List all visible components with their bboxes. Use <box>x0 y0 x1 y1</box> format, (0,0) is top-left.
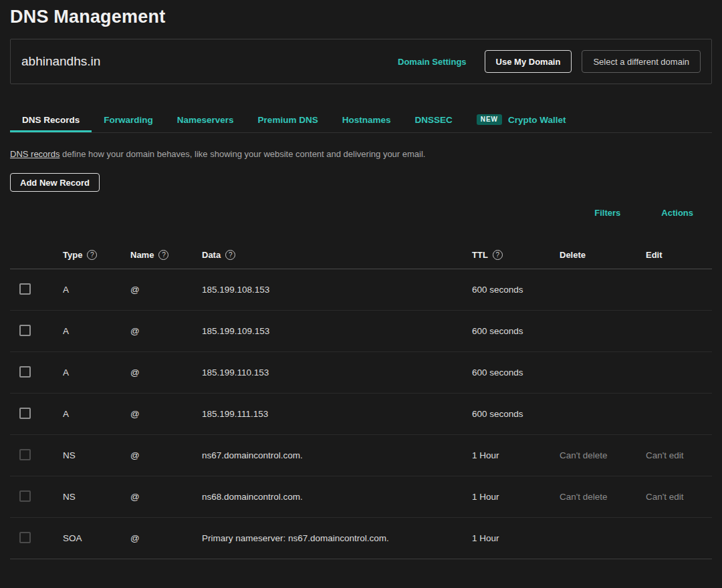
cell-edit: Can't edit <box>646 492 712 502</box>
row-checkbox[interactable] <box>19 366 31 378</box>
checkbox-cell <box>10 490 63 504</box>
cell-type: A <box>63 285 130 295</box>
add-new-record-button[interactable]: Add New Record <box>10 173 100 192</box>
table-row-ns-ns68-domaincontrol-com: NS@ns68.domaincontrol.com.1 HourCan't de… <box>10 476 712 518</box>
table-row-a-185-199-108-153: A@185.199.108.153600 seconds <box>10 269 712 311</box>
description: DNS records define how your domain behav… <box>10 149 712 160</box>
table-header-row: Type ? Name ? Data ? TTL ? Delete Edit <box>10 229 712 269</box>
row-checkbox <box>19 532 31 543</box>
cell-ttl: 600 seconds <box>472 285 560 295</box>
checkbox-cell <box>10 283 63 297</box>
cell-data: 185.199.108.153 <box>202 285 472 295</box>
tab-hostnames[interactable]: Hostnames <box>330 110 403 132</box>
domain-name: abhinandhs.in <box>21 54 398 69</box>
header-ttl: TTL ? <box>472 250 560 260</box>
tab-label: Forwarding <box>104 115 153 125</box>
tab-label: Crypto Wallet <box>508 115 566 125</box>
dns-records-table: Type ? Name ? Data ? TTL ? Delete Edit A… <box>10 229 712 559</box>
cell-delete: Can't delete <box>560 450 646 460</box>
cell-data: ns67.domaincontrol.com. <box>202 450 472 460</box>
cell-delete: Can't delete <box>560 492 646 502</box>
filters-link[interactable]: Filters <box>594 208 620 218</box>
table-row-ns-ns67-domaincontrol-com: NS@ns67.domaincontrol.com.1 HourCan't de… <box>10 435 712 476</box>
cell-ttl: 1 Hour <box>472 533 560 543</box>
cell-edit: Can't edit <box>646 450 712 460</box>
use-my-domain-button[interactable]: Use My Domain <box>485 50 572 73</box>
row-checkbox <box>19 449 31 460</box>
header-name-label: Name <box>130 250 154 260</box>
data-help-icon[interactable]: ? <box>225 250 235 260</box>
table-row-soa-primary-nameserver-ns67-domaincontrol-com: SOA@Primary nameserver: ns67.domaincontr… <box>10 518 712 559</box>
cell-ttl: 600 seconds <box>472 368 560 378</box>
cell-name: @ <box>130 326 202 336</box>
type-help-icon[interactable]: ? <box>87 250 97 260</box>
cell-name: @ <box>130 492 202 502</box>
tab-dns-records[interactable]: DNS Records <box>10 110 92 132</box>
header-edit-label: Edit <box>646 250 663 260</box>
cell-type: A <box>63 368 130 378</box>
header-ttl-label: TTL <box>472 250 488 260</box>
tab-label: Hostnames <box>342 115 391 125</box>
page-title: DNS Management <box>0 0 722 29</box>
cell-data: 185.199.111.153 <box>202 409 472 419</box>
domain-settings-link[interactable]: Domain Settings <box>398 57 467 67</box>
tab-nameservers[interactable]: Nameservers <box>165 110 246 132</box>
cell-ttl: 600 seconds <box>472 326 560 336</box>
header-data: Data ? <box>202 250 472 260</box>
table-body: A@185.199.108.153600 secondsA@185.199.10… <box>10 269 712 559</box>
checkbox-cell <box>10 325 63 338</box>
header-edit: Edit <box>646 250 712 260</box>
actions-link[interactable]: Actions <box>661 208 693 218</box>
table-row-a-185-199-111-153: A@185.199.111.153600 seconds <box>10 394 712 435</box>
cell-type: NS <box>63 492 130 502</box>
name-help-icon[interactable]: ? <box>158 250 168 260</box>
domain-panel: abhinandhs.in Domain Settings Use My Dom… <box>10 39 712 84</box>
ttl-help-icon[interactable]: ? <box>493 250 503 260</box>
tabs: DNS RecordsForwardingNameserversPremium … <box>10 110 712 133</box>
tab-crypto-wallet[interactable]: NEWCrypto Wallet <box>465 110 578 132</box>
cell-name: @ <box>130 450 202 460</box>
cell-data: ns68.domaincontrol.com. <box>202 492 472 502</box>
description-text: define how your domain behaves, like sho… <box>59 149 425 159</box>
checkbox-cell <box>10 532 63 545</box>
cell-data: 185.199.109.153 <box>202 326 472 336</box>
tab-premium-dns[interactable]: Premium DNS <box>246 110 330 132</box>
cell-ttl: 1 Hour <box>472 492 560 502</box>
cell-type: A <box>63 409 130 419</box>
cell-ttl: 600 seconds <box>472 409 560 419</box>
cell-type: SOA <box>63 533 130 543</box>
tab-dnssec[interactable]: DNSSEC <box>402 110 464 132</box>
row-checkbox <box>19 490 31 502</box>
domain-actions: Domain Settings Use My Domain Select a d… <box>398 50 701 73</box>
tab-forwarding[interactable]: Forwarding <box>92 110 165 132</box>
new-badge: NEW <box>477 114 502 125</box>
header-name: Name ? <box>130 250 202 260</box>
dns-records-link[interactable]: DNS records <box>10 149 59 159</box>
checkbox-cell <box>10 366 63 380</box>
row-checkbox[interactable] <box>19 408 31 419</box>
cell-type: A <box>63 326 130 336</box>
tab-label: Premium DNS <box>258 115 318 125</box>
checkbox-cell <box>10 449 63 462</box>
header-type: Type ? <box>63 250 130 260</box>
cell-name: @ <box>130 409 202 419</box>
header-delete-label: Delete <box>560 250 586 260</box>
row-checkbox[interactable] <box>19 325 31 336</box>
checkbox-cell <box>10 408 63 421</box>
tab-label: DNSSEC <box>414 115 452 125</box>
select-different-domain-button[interactable]: Select a different domain <box>582 50 701 73</box>
table-row-a-185-199-109-153: A@185.199.109.153600 seconds <box>10 311 712 352</box>
toolbar: Filters Actions <box>10 208 693 218</box>
cell-name: @ <box>130 368 202 378</box>
cell-name: @ <box>130 533 202 543</box>
row-checkbox[interactable] <box>19 283 31 295</box>
table-row-a-185-199-110-153: A@185.199.110.153600 seconds <box>10 352 712 394</box>
header-delete: Delete <box>560 250 646 260</box>
cell-data: Primary nameserver: ns67.domaincontrol.c… <box>202 533 472 543</box>
cell-type: NS <box>63 450 130 460</box>
cell-data: 185.199.110.153 <box>202 368 472 378</box>
header-data-label: Data <box>202 250 221 260</box>
tab-label: Nameservers <box>177 115 234 125</box>
cell-name: @ <box>130 285 202 295</box>
tab-label: DNS Records <box>22 115 80 125</box>
